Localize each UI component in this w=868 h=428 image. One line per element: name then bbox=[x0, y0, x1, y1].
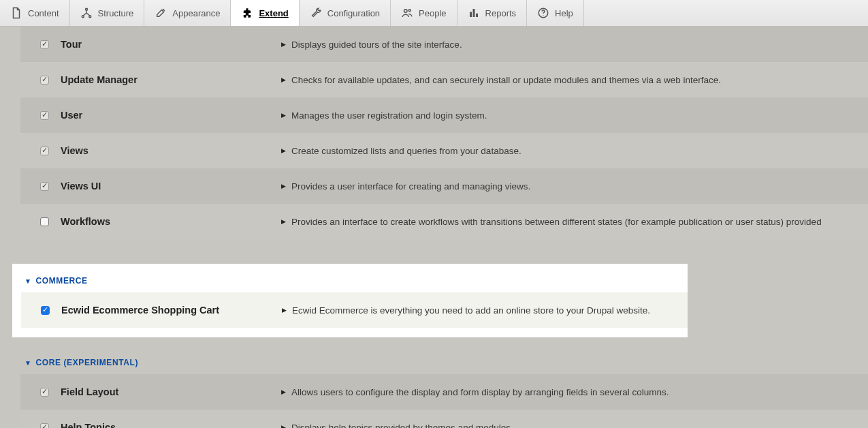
toolbar-people[interactable]: People bbox=[391, 0, 457, 26]
toolbar-configuration[interactable]: Configuration bbox=[300, 0, 391, 26]
module-name[interactable]: Workflows bbox=[57, 216, 281, 227]
module-checkbox bbox=[40, 388, 49, 397]
svg-point-2 bbox=[89, 16, 91, 18]
triangle-right-icon: ▶ bbox=[281, 41, 286, 48]
core-exp-header[interactable]: ▼ CORE (EXPERIMENTAL) bbox=[0, 337, 868, 374]
module-checkbox-wrap bbox=[32, 147, 57, 155]
module-description[interactable]: ▶Ecwid Ecommerce is everything you need … bbox=[282, 305, 650, 316]
svg-point-1 bbox=[82, 16, 84, 18]
toolbar-configuration-label: Configuration bbox=[327, 8, 380, 18]
module-description[interactable]: ▶Provides a user interface for creating … bbox=[281, 181, 530, 192]
module-name[interactable]: Tour bbox=[57, 39, 281, 50]
module-description-text: Displays help topics provided by themes … bbox=[291, 423, 513, 429]
section-core-exp: ▼ CORE (EXPERIMENTAL) Field Layout▶Allow… bbox=[0, 337, 868, 428]
section-core: Tour▶Displays guided tours of the site i… bbox=[0, 27, 868, 239]
module-checkbox-wrap bbox=[32, 182, 57, 191]
module-checkbox-wrap bbox=[32, 217, 57, 226]
module-description[interactable]: ▶Displays guided tours of the site inter… bbox=[281, 40, 462, 50]
module-name[interactable]: Views bbox=[57, 145, 281, 156]
triangle-right-icon: ▶ bbox=[281, 147, 286, 154]
toolbar-extend[interactable]: Extend bbox=[231, 0, 299, 26]
file-icon bbox=[10, 7, 22, 19]
toolbar-appearance[interactable]: Appearance bbox=[144, 0, 231, 26]
module-checkbox[interactable] bbox=[40, 217, 49, 226]
module-name[interactable]: Field Layout bbox=[57, 386, 281, 397]
module-name[interactable]: Views UI bbox=[57, 181, 281, 192]
module-row: Field Layout▶Allows users to configure t… bbox=[20, 374, 868, 410]
module-description[interactable]: ▶Create customized lists and queries fro… bbox=[281, 146, 521, 156]
module-description[interactable]: ▶Provides an interface to create workflo… bbox=[281, 217, 822, 227]
toolbar-help-label: Help bbox=[555, 8, 573, 18]
module-checkbox bbox=[40, 423, 49, 429]
module-description-text: Provides a user interface for creating a… bbox=[291, 181, 530, 192]
module-name[interactable]: User bbox=[57, 110, 281, 121]
triangle-right-icon: ▶ bbox=[281, 388, 286, 395]
core-rows: Tour▶Displays guided tours of the site i… bbox=[0, 27, 868, 239]
svg-point-0 bbox=[85, 8, 87, 10]
module-description-text: Displays guided tours of the site interf… bbox=[291, 40, 462, 50]
toolbar-structure-label: Structure bbox=[98, 8, 134, 18]
module-description-text: Create customized lists and queries from… bbox=[291, 146, 521, 156]
module-row: Ecwid Ecommerce Shopping Cart▶Ecwid Ecom… bbox=[21, 292, 688, 328]
module-row: Views▶Create customized lists and querie… bbox=[20, 133, 868, 168]
module-row: Tour▶Displays guided tours of the site i… bbox=[20, 27, 868, 62]
module-description[interactable]: ▶Checks for available updates, and can s… bbox=[281, 75, 721, 85]
commerce-title: COMMERCE bbox=[36, 276, 88, 286]
wrench-icon bbox=[310, 7, 322, 19]
module-row: Workflows▶Provides an interface to creat… bbox=[20, 204, 868, 239]
triangle-right-icon: ▶ bbox=[282, 307, 287, 314]
module-description-text: Allows users to configure the display an… bbox=[291, 387, 669, 397]
triangle-right-icon: ▶ bbox=[281, 76, 286, 83]
section-commerce: ▼ COMMERCE Ecwid Ecommerce Shopping Cart… bbox=[12, 264, 688, 337]
module-checkbox bbox=[40, 111, 49, 120]
module-description-text: Ecwid Ecommerce is everything you need t… bbox=[292, 305, 650, 316]
structure-icon bbox=[80, 7, 93, 19]
people-icon bbox=[401, 7, 413, 19]
module-checkbox bbox=[40, 182, 49, 191]
toolbar-content-label: Content bbox=[28, 8, 59, 18]
extend-icon bbox=[241, 7, 253, 19]
appearance-icon bbox=[155, 7, 167, 19]
toolbar-help[interactable]: Help bbox=[527, 0, 584, 26]
module-checkbox-wrap bbox=[33, 306, 57, 315]
module-checkbox[interactable] bbox=[41, 306, 50, 315]
module-row: User▶Manages the user registration and l… bbox=[20, 97, 868, 133]
triangle-right-icon: ▶ bbox=[281, 112, 286, 119]
module-checkbox-wrap bbox=[32, 76, 57, 85]
module-row: Update Manager▶Checks for available upda… bbox=[20, 62, 868, 97]
module-checkbox bbox=[40, 147, 49, 155]
module-name[interactable]: Update Manager bbox=[57, 74, 281, 85]
toolbar-people-label: People bbox=[419, 8, 446, 18]
module-name[interactable]: Ecwid Ecommerce Shopping Cart bbox=[57, 305, 282, 316]
module-name[interactable]: Help Topics bbox=[57, 422, 281, 428]
module-description[interactable]: ▶Allows users to configure the display a… bbox=[281, 387, 669, 397]
triangle-down-icon: ▼ bbox=[25, 277, 32, 285]
commerce-rows: Ecwid Ecommerce Shopping Cart▶Ecwid Ecom… bbox=[12, 292, 688, 328]
svg-point-3 bbox=[404, 10, 408, 13]
module-checkbox-wrap bbox=[32, 40, 57, 49]
module-description-text: Manages the user registration and login … bbox=[291, 110, 487, 121]
toolbar-extend-label: Extend bbox=[259, 8, 288, 18]
svg-point-4 bbox=[408, 10, 411, 12]
module-description[interactable]: ▶Manages the user registration and login… bbox=[281, 110, 487, 121]
svg-point-9 bbox=[543, 15, 544, 16]
triangle-right-icon: ▶ bbox=[281, 424, 286, 428]
module-description-text: Checks for available updates, and can se… bbox=[291, 75, 721, 85]
module-description-text: Provides an interface to create workflow… bbox=[291, 217, 822, 227]
module-checkbox-wrap bbox=[32, 111, 57, 120]
module-checkbox-wrap bbox=[32, 388, 57, 397]
svg-rect-6 bbox=[472, 9, 475, 17]
commerce-header[interactable]: ▼ COMMERCE bbox=[12, 264, 688, 292]
toolbar-content[interactable]: Content bbox=[0, 0, 70, 26]
svg-rect-5 bbox=[470, 12, 472, 18]
module-row: Help Topics▶Displays help topics provide… bbox=[20, 410, 868, 428]
svg-rect-7 bbox=[476, 14, 478, 17]
triangle-right-icon: ▶ bbox=[281, 218, 286, 225]
toolbar-reports[interactable]: Reports bbox=[457, 0, 528, 26]
triangle-down-icon: ▼ bbox=[25, 359, 32, 367]
core-exp-title: CORE (EXPERIMENTAL) bbox=[36, 358, 139, 367]
reports-icon bbox=[468, 7, 480, 19]
module-checkbox bbox=[40, 76, 49, 85]
toolbar-structure[interactable]: Structure bbox=[70, 0, 145, 26]
module-description[interactable]: ▶Displays help topics provided by themes… bbox=[281, 423, 513, 429]
